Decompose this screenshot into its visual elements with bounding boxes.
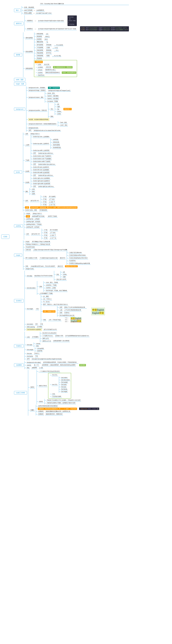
leaf: 文字的颜色 [31,336,39,338]
leaf: padding-top：上内边距 [26,218,40,220]
leaf: 影响盒子的尺寸 [32,212,42,215]
node-three[interactable]: css的三大特性 [14,391,27,394]
highlight: display:inline-block; [65,265,78,267]
leaf: font-style [61,384,67,386]
leaf: border-right-color 右边框颜色 [33,177,50,180]
leaf: 上 右 下 左 [48,204,56,206]
leaf: #h标签子无法继承文字大小的属性，字段如果大小自行设置 [46,399,81,402]
note-box: text-transform:capitalize [26,328,42,331]
node-border[interactable]: border [14,170,22,174]
leaf: … h1.c [54,49,59,52]
leaf: underline：下划线 [45,284,57,286]
highlight: 应用：单独使+行高 [43,310,55,312]
leaf: web三层结构 [24,9,33,12]
leaf: normal/400 [37,348,44,350]
leaf: border-left-color 左边框颜色 [33,169,50,171]
leaf: 连写 [33,174,36,176]
leaf: filter [26,367,30,369]
leaf: 设置透明度，元素改变透明度，里面包含的内容也会变透明 [41,364,76,366]
leaf: 外边距 [25,240,30,243]
leaf: 2个值 [43,198,47,200]
leaf: rgba(r, g, b, a); [42,340,51,342]
leaf: 连写 [28,129,32,132]
leaf: 未点之前 [44,63,50,66]
leaf: background-repeat：重复 [28,96,44,99]
leaf: 宜干设置两两相同选中值可以缩拼成 #ccc [65,334,89,337]
leaf: 上 右 下 左 [49,237,57,239]
leaf: 设置值 0~255 [55,334,64,337]
leaf: 文本：字母x的下端点 [48,319,61,321]
leaf: 2个值 [44,232,48,234]
leaf: border-right-style 右边框样式 [33,180,50,182]
leaf: 直接连接 [46,49,52,52]
leaf: background-position：背景位置 [28,109,47,112]
leaf: dotted点线 [52,141,60,144]
leaf: 3.设定父是盒display:inline-block [69,257,88,259]
leaf: +连接 [46,54,50,57]
leaf: text-indent [26,323,34,325]
node-padding[interactable]: padding [14,224,23,228]
leaf: 边框 [25,133,28,135]
leaf: a的取值范围0~1 表示透明度 [53,340,70,342]
leaf: 后代选择器 [36,44,44,46]
highlight: 顾上就能很好的记住：爱恨原则 [53,66,73,68]
leaf: 特殊 [25,265,29,268]
leaf: 5.利用父元素的padding-top解决问题 [69,262,90,265]
leaf: normal [36,342,41,345]
leaf: background-attachment：背景是否随着页面滚动 [28,123,57,125]
leaf: 通配选择器 [36,41,44,43]
leaf: 设置 [59,312,63,314]
leaf: 子代选择器 [36,46,44,49]
node-height[interactable]: height：高度 [14,82,26,86]
leaf: font-weight [61,381,68,383]
node-margin[interactable]: margin [14,254,22,257]
leaf: 并集选择器 [36,52,44,54]
leaf: no-repeat：不重复 [47,100,58,103]
leaf: 3个值 [43,201,47,203]
leaf: 兄弟元素 [25,248,31,251]
leaf: line-through：中划线，相当于删除线 [45,290,68,292]
leaf: color [26,336,30,338]
leaf: 简写css属性 [24,12,32,14]
leaf: 连写 [25,200,28,202]
leaf: em：字本大小 [43,298,52,300]
leaf: 3个值 [44,234,48,236]
leaf: 鼠标悬浮在元素上 [45,69,56,71]
node-selector[interactable]: 选择器 [14,53,22,56]
leaf: border-left:1px solid #ccc; [38,174,54,176]
leaf: 50%圆角图形 [39,209,48,211]
leaf: 鼠标点击还没抬起的样式 [45,71,60,74]
leaf: 右边框 [25,181,30,184]
node-background[interactable]: background [14,108,25,111]
leaf: top [57,108,60,110]
node-intro[interactable]: 简介 [14,9,21,12]
leaf: padding-left：左内边距 [26,226,40,228]
leaf: line-height和font-size之差 [59,314,75,317]
node-opacity[interactable]: 元素透明 [14,363,23,367]
node-font[interactable]: 字体样式 [14,344,23,348]
leaf: 标准写了无效的 [47,215,57,218]
leaf: 设置背景颜色的透明度，可添加文本图层，不影响里面内容。 [43,361,78,364]
leaf: 类选择器 [36,35,42,38]
leaf: background-color:rgba() [26,362,41,364]
leaf: bottom [57,110,62,112]
node-usage[interactable]: 使用方式 [14,22,23,25]
leaf: a:visited [37,66,43,68]
leaf: 两个元素是父子关系 [25,257,38,259]
leaf: font-size [26,352,32,354]
leaf: 行缩 [40,323,43,325]
node-text[interactable]: 文本样式 [14,299,23,302]
leaf: background:color url no-repeat fixed lef… [33,130,61,132]
leaf: 上线 [59,309,63,311]
leaf: border-bottom-style 下边框样式 [33,155,52,158]
leaf: 4个值 [43,204,47,206]
leaf: background-size [28,127,39,129]
node-width[interactable]: width：宽度 [14,78,25,82]
leaf: 首字大写关键字头大写 [43,328,57,331]
leaf: 连写 [33,163,36,166]
leaf: width [31,193,35,195]
leaf: right [57,106,60,108]
leaf: font-style font-weight font-size/line-he… [31,358,62,360]
leaf: input:focus [37,74,45,76]
leaf: 序选择器 [36,57,42,60]
